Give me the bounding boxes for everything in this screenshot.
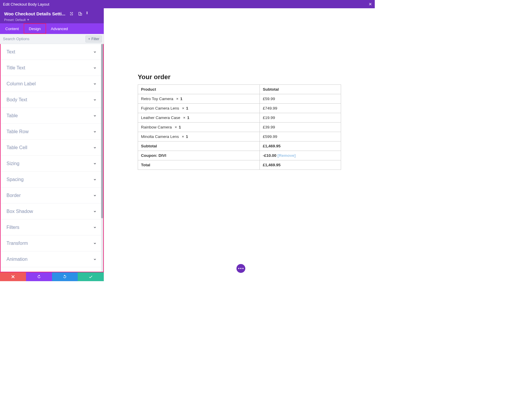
tab-content[interactable]: Content [0,23,24,34]
scrollbar-track[interactable] [101,44,103,272]
option-spacing[interactable]: Spacing [1,172,103,188]
close-icon[interactable]: × [369,1,372,7]
settings-sidebar: Woo Checkout Details Setti... Preset: De… [0,8,104,281]
qty-value: 1 [180,97,183,101]
option-animation[interactable]: Animation [1,251,103,267]
option-label: Animation [7,257,27,262]
coupon-remove-link[interactable]: [Remove] [278,153,296,158]
table-row: Minolta Camera Lens × 1£599.99 [138,132,341,141]
option-label: Text [7,49,15,55]
plus-icon: + [88,37,90,41]
option-label: Sizing [7,161,20,166]
price-cell: £39.99 [260,123,341,132]
option-table-cell[interactable]: Table Cell [1,140,103,156]
col-product: Product [138,85,260,94]
preset-selector[interactable]: Preset: Default ▼ [4,18,100,22]
coupon-label: Coupon: DIVI [138,151,260,160]
coupon-value: -£10.00 [263,153,276,158]
product-qty: × 1 [173,97,182,101]
option-label: Spacing [7,177,24,182]
option-table[interactable]: Table [1,108,103,124]
option-border[interactable]: Border [1,188,103,203]
product-cell: Fujinon Camera Lens × 1 [138,104,260,113]
col-subtotal: Subtotal [260,85,341,94]
chevron-down-icon [93,146,97,149]
chevron-down-icon [93,50,97,54]
options-panel: TextTitle TextColumn LabelBody TextTable… [0,44,104,272]
chevron-down-icon [93,226,97,229]
tab-design[interactable]: Design [24,23,46,34]
chevron-down-icon [93,98,97,102]
chevron-down-icon [93,178,97,181]
chevron-down-icon [93,114,97,118]
search-input[interactable] [2,35,85,42]
product-name: Rainbow Camera [141,125,172,129]
price-cell: £599.99 [260,132,341,141]
option-column-label[interactable]: Column Label [1,76,103,92]
option-label: Column Label [7,81,36,87]
search-row: + Filter [0,34,104,44]
option-text[interactable]: Text [1,44,103,60]
table-row: Leather Camera Case × 1£19.99 [138,113,341,123]
price-cell: £59.99 [260,94,341,104]
qty-value: 1 [186,134,188,139]
tab-advanced[interactable]: Advanced [46,23,73,34]
discard-button[interactable] [0,272,26,281]
chevron-down-icon [93,130,97,133]
redo-button[interactable] [52,272,78,281]
option-label: Table Row [7,129,29,134]
qty-value: 1 [186,106,188,110]
total-value: £1,469.95 [260,160,341,170]
module-header: Woo Checkout Details Setti... Preset: De… [0,8,104,23]
table-row: Retro Toy Camera × 1£59.99 [138,94,341,104]
option-title-text[interactable]: Title Text [1,60,103,76]
chevron-down-icon [93,66,97,70]
undo-button[interactable] [26,272,52,281]
preset-label: Preset: Default [4,18,26,22]
product-cell: Leather Camera Case × 1 [138,113,260,123]
chevron-down-icon [93,242,97,245]
svg-rect-2 [80,13,82,15]
option-label: Box Shadow [7,209,33,214]
subtotal-label: Subtotal [138,141,260,151]
preview-pane: Your order Product Subtotal Retro Toy Ca… [104,8,375,281]
option-label: Table Cell [7,145,27,150]
filter-button[interactable]: + Filter [85,35,102,43]
subtotal-value: £1,469.95 [260,141,341,151]
product-qty: × 1 [179,134,188,139]
chevron-down-icon [93,194,97,197]
option-box-shadow[interactable]: Box Shadow [1,203,103,219]
qty-value: 1 [179,125,181,129]
save-button[interactable] [78,272,104,281]
order-heading: Your order [138,73,341,81]
more-icon[interactable] [87,12,91,16]
product-qty: × 1 [179,106,188,110]
product-name: Retro Toy Camera [141,97,173,101]
product-name: Minolta Camera Lens [141,134,179,139]
scrollbar-thumb[interactable] [101,44,103,218]
product-cell: Minolta Camera Lens × 1 [138,132,260,141]
table-row: Rainbow Camera × 1£39.99 [138,123,341,132]
product-name: Fujinon Camera Lens [141,106,179,110]
action-bar [0,272,104,281]
product-cell: Rainbow Camera × 1 [138,123,260,132]
option-body-text[interactable]: Body Text [1,92,103,108]
order-table: Product Subtotal Retro Toy Camera × 1£59… [138,84,341,170]
module-title: Woo Checkout Details Setti... [4,11,65,16]
price-cell: £749.99 [260,104,341,113]
fab-more-button[interactable] [236,264,245,273]
chevron-down-icon [93,258,97,261]
svg-rect-0 [72,13,72,14]
settings-tabs: Content Design Advanced [0,23,104,34]
option-transform[interactable]: Transform [1,235,103,251]
option-table-row[interactable]: Table Row [1,124,103,140]
product-qty: × 1 [180,115,189,120]
responsive-icon[interactable] [78,12,82,16]
table-row: Fujinon Camera Lens × 1£749.99 [138,104,341,113]
option-filters[interactable]: Filters [1,219,103,235]
expand-icon[interactable] [69,12,74,16]
option-sizing[interactable]: Sizing [1,156,103,172]
chevron-down-icon: ▼ [27,18,30,21]
total-label: Total [138,160,260,170]
window-titlebar: Edit Checkout Body Layout × [0,0,375,8]
